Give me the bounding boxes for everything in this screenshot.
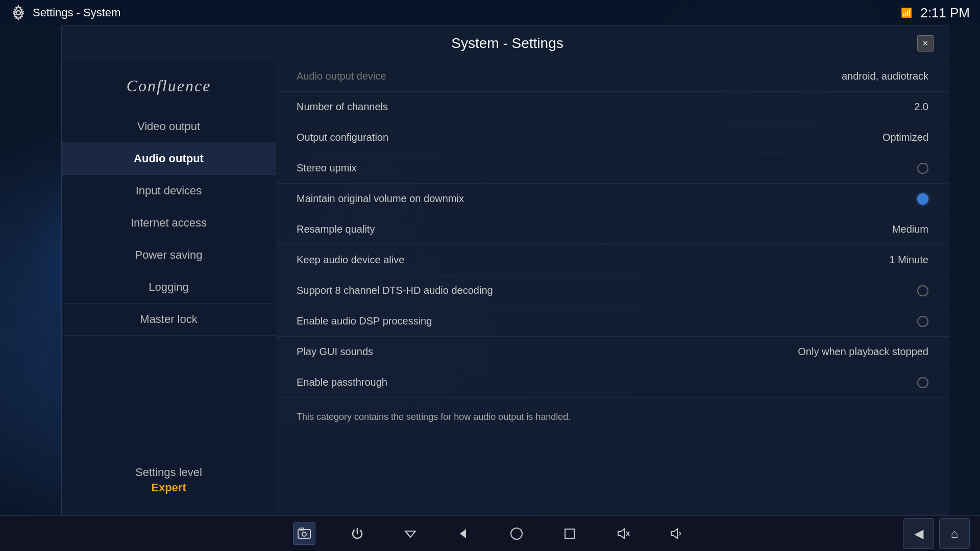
- nav-home-button[interactable]: ⌂: [939, 518, 970, 549]
- svg-point-6: [511, 528, 522, 539]
- row-maintain-original-volume[interactable]: Maintain original volume on downmix: [276, 184, 949, 214]
- kodi-icon[interactable]: [399, 522, 422, 545]
- settings-level-value: Expert: [77, 481, 260, 494]
- radio-enable-passthrough[interactable]: [917, 377, 928, 388]
- top-bar-right: 📶 2:11 PM: [901, 5, 970, 21]
- svg-rect-7: [565, 529, 574, 538]
- row-stereo-upmix[interactable]: Stereo upmix: [276, 153, 949, 184]
- back-icon[interactable]: [452, 522, 475, 545]
- svg-marker-5: [460, 529, 466, 538]
- svg-point-0: [16, 11, 20, 15]
- vol-down-icon[interactable]: [665, 522, 687, 545]
- svg-point-3: [302, 532, 306, 536]
- svg-rect-1: [298, 530, 310, 538]
- screenshot-icon[interactable]: [293, 522, 315, 545]
- sidebar-item-master-lock[interactable]: Master lock: [62, 304, 276, 336]
- sidebar-item-logging[interactable]: Logging: [62, 271, 276, 304]
- sidebar-item-audio-output[interactable]: Audio output: [62, 143, 276, 175]
- confluence-logo: Confluence: [62, 71, 276, 111]
- row-support-8ch-dts[interactable]: Support 8 channel DTS-HD audio decoding: [276, 276, 949, 306]
- row-audio-output-device[interactable]: Audio output device android, audiotrack: [276, 61, 949, 92]
- svg-marker-11: [671, 529, 677, 538]
- svg-marker-8: [618, 529, 624, 538]
- nav-back-button[interactable]: ◀: [903, 518, 934, 549]
- svg-marker-4: [405, 531, 415, 537]
- radio-support-8ch-dts[interactable]: [917, 285, 928, 296]
- settings-dialog: System - Settings × Confluence Video out…: [61, 26, 949, 515]
- dialog-body: Confluence Video output Audio output Inp…: [62, 61, 949, 515]
- vol-mute-icon[interactable]: [611, 522, 634, 545]
- row-play-gui-sounds[interactable]: Play GUI sounds Only when playback stopp…: [276, 337, 949, 367]
- row-keep-audio-device-alive[interactable]: Keep audio device alive 1 Minute: [276, 245, 949, 276]
- settings-level-label: Settings level: [77, 466, 260, 479]
- sidebar-item-power-saving[interactable]: Power saving: [62, 239, 276, 271]
- settings-gear-icon: [10, 5, 27, 21]
- sidebar: Confluence Video output Audio output Inp…: [62, 61, 276, 515]
- sidebar-item-input-devices[interactable]: Input devices: [62, 175, 276, 207]
- row-output-configuration[interactable]: Output configuration Optimized: [276, 122, 949, 153]
- wifi-icon: 📶: [901, 7, 912, 18]
- sidebar-item-video-output[interactable]: Video output: [62, 111, 276, 143]
- radio-stereo-upmix[interactable]: [917, 163, 928, 174]
- settings-content: Audio output device android, audiotrack …: [276, 61, 949, 515]
- sidebar-item-internet-access[interactable]: Internet access: [62, 207, 276, 239]
- time-display: 2:11 PM: [920, 5, 970, 21]
- top-bar-left: Settings - System: [10, 5, 120, 21]
- settings-level: Settings level Expert: [62, 456, 276, 505]
- radio-maintain-original-volume[interactable]: [917, 193, 928, 205]
- close-button[interactable]: ×: [917, 35, 934, 52]
- home-circle-icon[interactable]: [505, 522, 528, 545]
- row-enable-audio-dsp[interactable]: Enable audio DSP processing: [276, 306, 949, 337]
- category-description: This category contains the settings for …: [276, 398, 949, 436]
- row-enable-passthrough[interactable]: Enable passthrough: [276, 367, 949, 398]
- stop-icon[interactable]: [558, 522, 581, 545]
- nav-arrows: ◀ ⌂: [903, 518, 970, 549]
- dialog-title: System - Settings: [97, 35, 917, 52]
- top-bar-title: Settings - System: [33, 6, 120, 19]
- power-icon[interactable]: [346, 522, 369, 545]
- row-resample-quality[interactable]: Resample quality Medium: [276, 214, 949, 245]
- bottom-bar: ◀ ⌂: [0, 515, 980, 551]
- row-number-of-channels[interactable]: Number of channels 2.0: [276, 92, 949, 122]
- top-bar: Settings - System 📶 2:11 PM: [0, 0, 980, 26]
- radio-enable-audio-dsp[interactable]: [917, 316, 928, 327]
- dialog-header: System - Settings ×: [62, 26, 949, 61]
